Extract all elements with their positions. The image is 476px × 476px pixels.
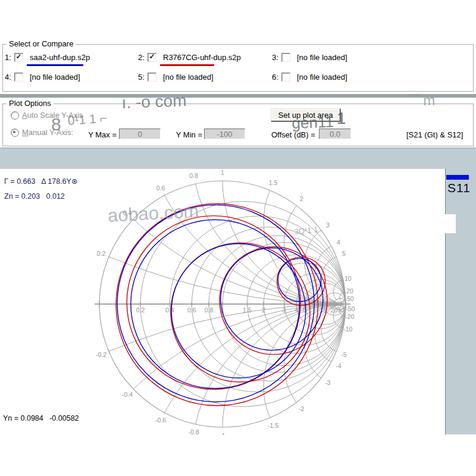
- plot-options-title: Plot Options: [7, 99, 54, 108]
- svg-text:-10: -10: [343, 325, 352, 333]
- y-max-label: Y Max =: [85, 130, 117, 139]
- gamma-readout: Γ = 0.663 Δ 178.6Υ⊛: [4, 177, 77, 186]
- file-name-6: [no file loaded]: [297, 73, 347, 82]
- svg-text:-1.5: -1.5: [268, 422, 278, 429]
- svg-text:0.4: 0.4: [123, 209, 132, 217]
- file-slot-number: 1:: [5, 53, 14, 62]
- file-slot-1: 1: ✓ saa2-uhf-dup.s2p: [5, 52, 90, 62]
- file-checkbox-3[interactable]: [281, 53, 290, 62]
- svg-text:-0.6: -0.6: [155, 416, 166, 424]
- file-slot-number: 3:: [272, 53, 281, 62]
- file-slot-number: 5:: [138, 73, 148, 82]
- file-checkbox-4[interactable]: [14, 73, 23, 82]
- file-name-5: [no file loaded]: [163, 73, 214, 82]
- svg-text:10: 10: [345, 275, 352, 282]
- file-name-2: R3767CG-uhf-dup.s2p: [163, 53, 241, 62]
- svg-text:1: 1: [221, 169, 224, 176]
- app-window: { "select_or_compare": { "title": "Selec…: [0, 0, 476, 476]
- file-slot-5: 5: [no file loaded]: [138, 72, 214, 82]
- svg-text:-5: -5: [341, 351, 346, 358]
- file-slot-6: 6: [no file loaded]: [272, 72, 347, 82]
- file-checkbox-2[interactable]: ✓: [148, 53, 156, 62]
- svg-text:4: 4: [337, 239, 340, 246]
- svg-text:-0.8: -0.8: [188, 428, 199, 435]
- trace-color-underline: [160, 64, 214, 66]
- file-slot-3: 3: [no file loaded]: [272, 52, 347, 62]
- s-parameter-mode-label: [S21 (Gt) & S12]: [406, 130, 463, 139]
- file-slot-4: 4: [no file loaded]: [5, 72, 80, 82]
- file-slot-number: 2:: [138, 53, 148, 62]
- zn-readout: Zn = 0.203 0.012: [4, 192, 65, 201]
- auto-scale-radio[interactable]: [11, 111, 19, 120]
- svg-text:50: 50: [347, 295, 354, 302]
- svg-text:-2: -2: [299, 405, 304, 412]
- trace-color-underline: [27, 64, 83, 66]
- file-slot-number: 6:: [272, 73, 281, 82]
- y-min-label: Y Min =: [171, 130, 202, 139]
- file-slot-2: 2: ✓ R3767CG-uhf-dup.s2p: [138, 52, 241, 62]
- svg-text:0.4: 0.4: [165, 306, 174, 314]
- svg-text:20: 20: [346, 287, 353, 295]
- svg-text:0.2: 0.2: [97, 250, 106, 257]
- select-or-compare-groupbox: Select or Compare: [2, 44, 474, 92]
- section-divider: [0, 94, 476, 98]
- radio-dot: [13, 131, 15, 133]
- svg-text:0.6: 0.6: [187, 306, 196, 314]
- smith-chart-area: 0.20.40.60.811.523451020500.20.40.60.811…: [0, 168, 446, 435]
- panel-notch: [445, 214, 456, 233]
- svg-text:4: 4: [295, 306, 298, 314]
- svg-text:2: 2: [262, 306, 265, 314]
- smith-chart: 0.20.40.60.811.523451020500.20.40.60.811…: [0, 169, 445, 435]
- plot-options-groupbox: Plot Options: [2, 104, 474, 146]
- check-icon: ✓: [15, 54, 21, 60]
- svg-text:0.6: 0.6: [156, 184, 165, 192]
- auto-scale-label: Auto Scale Y-Axis: [22, 111, 83, 120]
- svg-text:-1: -1: [220, 432, 225, 436]
- file-checkbox-1[interactable]: ✓: [14, 53, 23, 62]
- file-slot-number: 4:: [5, 73, 14, 82]
- svg-text:-0.2: -0.2: [96, 351, 107, 358]
- y-min-input[interactable]: [204, 129, 245, 139]
- y-max-input[interactable]: [119, 129, 161, 139]
- svg-text:0.2: 0.2: [136, 306, 145, 314]
- file-checkbox-5[interactable]: [148, 73, 156, 82]
- check-icon: ✓: [149, 54, 155, 60]
- s11-legend-label: S11: [447, 181, 471, 195]
- svg-text:50: 50: [337, 306, 345, 314]
- svg-text:0.8: 0.8: [205, 306, 214, 314]
- select-or-compare-title: Select or Compare: [7, 39, 76, 48]
- svg-text:3: 3: [283, 306, 286, 314]
- svg-text:-50: -50: [346, 305, 355, 312]
- svg-text:-0.4: -0.4: [122, 391, 133, 398]
- setup-plot-area-button[interactable]: Set up plot area: [271, 108, 340, 121]
- yn-readout: Yn = 0.0984 -0.00582: [3, 414, 79, 422]
- svg-text:1.5: 1.5: [269, 179, 278, 186]
- file-name-3: [no file loaded]: [297, 53, 347, 62]
- svg-text:5: 5: [342, 250, 346, 257]
- manual-y-axis-label: Manual Y-Axis:: [22, 128, 73, 137]
- trace-legend-bar: [446, 175, 469, 180]
- offset-db-input[interactable]: [319, 129, 351, 139]
- file-name-1: saa2-uhf-dup.s2p: [30, 53, 90, 62]
- manual-y-axis-radio[interactable]: [11, 129, 19, 137]
- svg-text:-4: -4: [336, 362, 341, 369]
- svg-text:0.8: 0.8: [189, 172, 198, 179]
- svg-text:20: 20: [330, 306, 337, 314]
- file-name-4: [no file loaded]: [30, 73, 80, 82]
- svg-text:-20: -20: [345, 313, 354, 320]
- svg-text:1.5: 1.5: [243, 306, 252, 314]
- file-checkbox-6[interactable]: [281, 73, 290, 82]
- svg-text:3: 3: [326, 221, 330, 228]
- svg-text:-3: -3: [325, 379, 330, 386]
- svg-text:2: 2: [300, 195, 303, 202]
- offset-db-label: Offset (dB) =: [271, 130, 315, 139]
